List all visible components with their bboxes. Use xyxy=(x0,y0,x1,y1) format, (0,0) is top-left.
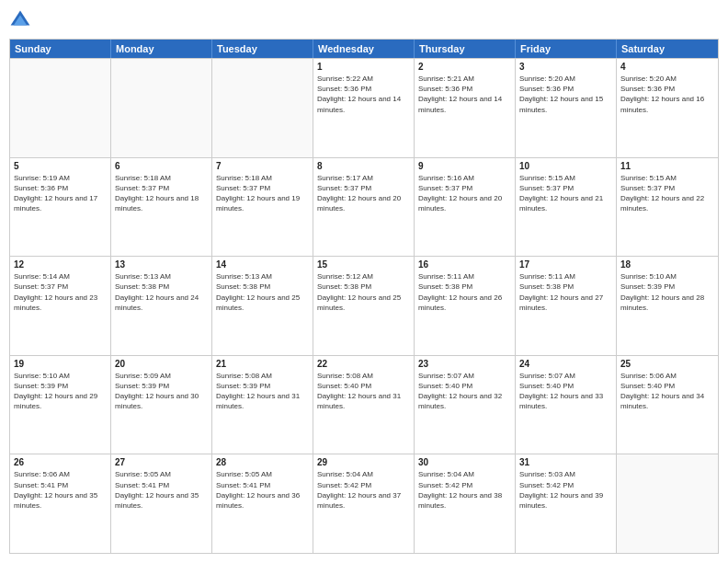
calendar-cell: 13Sunrise: 5:13 AM Sunset: 5:38 PM Dayli… xyxy=(111,257,212,355)
cell-day-number: 23 xyxy=(418,359,511,369)
cell-day-number: 26 xyxy=(14,457,107,467)
cell-day-number: 1 xyxy=(317,62,410,72)
cell-day-number: 4 xyxy=(620,62,714,72)
cell-info: Sunrise: 5:22 AM Sunset: 5:36 PM Dayligh… xyxy=(317,74,410,115)
cell-info: Sunrise: 5:15 AM Sunset: 5:37 PM Dayligh… xyxy=(519,173,612,214)
cell-day-number: 3 xyxy=(519,62,612,72)
calendar-row: 1Sunrise: 5:22 AM Sunset: 5:36 PM Daylig… xyxy=(10,58,718,157)
calendar-cell xyxy=(617,454,718,553)
calendar-cell: 22Sunrise: 5:08 AM Sunset: 5:40 PM Dayli… xyxy=(313,356,415,454)
cell-day-number: 15 xyxy=(317,259,410,270)
calendar-cell: 6Sunrise: 5:18 AM Sunset: 5:37 PM Daylig… xyxy=(111,158,212,257)
cell-day-number: 8 xyxy=(317,161,410,171)
cell-info: Sunrise: 5:16 AM Sunset: 5:37 PM Dayligh… xyxy=(418,173,511,214)
cell-info: Sunrise: 5:06 AM Sunset: 5:40 PM Dayligh… xyxy=(620,371,714,412)
calendar-cell: 11Sunrise: 5:15 AM Sunset: 5:37 PM Dayli… xyxy=(617,158,718,257)
weekday-header: Saturday xyxy=(617,40,718,58)
cell-info: Sunrise: 5:13 AM Sunset: 5:38 PM Dayligh… xyxy=(216,271,309,313)
calendar-row: 19Sunrise: 5:10 AM Sunset: 5:39 PM Dayli… xyxy=(10,355,718,454)
calendar-row: 12Sunrise: 5:14 AM Sunset: 5:37 PM Dayli… xyxy=(10,256,718,355)
cell-info: Sunrise: 5:21 AM Sunset: 5:36 PM Dayligh… xyxy=(418,74,511,115)
calendar-row: 5Sunrise: 5:19 AM Sunset: 5:36 PM Daylig… xyxy=(10,157,718,257)
calendar-cell: 19Sunrise: 5:10 AM Sunset: 5:39 PM Dayli… xyxy=(10,356,111,454)
cell-day-number: 18 xyxy=(620,259,714,270)
cell-info: Sunrise: 5:17 AM Sunset: 5:37 PM Dayligh… xyxy=(317,173,410,214)
calendar-cell: 14Sunrise: 5:13 AM Sunset: 5:38 PM Dayli… xyxy=(212,257,313,355)
calendar-cell xyxy=(10,59,111,157)
cell-day-number: 22 xyxy=(317,359,410,369)
cell-info: Sunrise: 5:06 AM Sunset: 5:41 PM Dayligh… xyxy=(14,469,107,511)
calendar: SundayMondayTuesdayWednesdayThursdayFrid… xyxy=(9,39,719,554)
cell-info: Sunrise: 5:10 AM Sunset: 5:39 PM Dayligh… xyxy=(14,371,107,412)
cell-day-number: 24 xyxy=(519,359,612,369)
cell-day-number: 29 xyxy=(317,457,410,467)
calendar-cell: 18Sunrise: 5:10 AM Sunset: 5:39 PM Dayli… xyxy=(617,257,718,355)
cell-info: Sunrise: 5:13 AM Sunset: 5:38 PM Dayligh… xyxy=(115,271,208,313)
cell-info: Sunrise: 5:20 AM Sunset: 5:36 PM Dayligh… xyxy=(519,74,612,115)
cell-day-number: 27 xyxy=(115,457,208,467)
calendar-cell: 31Sunrise: 5:03 AM Sunset: 5:42 PM Dayli… xyxy=(516,454,617,553)
cell-day-number: 31 xyxy=(519,457,612,467)
calendar-cell: 30Sunrise: 5:04 AM Sunset: 5:42 PM Dayli… xyxy=(415,454,516,553)
cell-day-number: 2 xyxy=(418,62,511,72)
cell-info: Sunrise: 5:18 AM Sunset: 5:37 PM Dayligh… xyxy=(216,173,309,214)
weekday-header: Monday xyxy=(111,40,212,58)
calendar-cell: 1Sunrise: 5:22 AM Sunset: 5:36 PM Daylig… xyxy=(313,59,415,157)
weekday-header: Wednesday xyxy=(313,40,415,58)
cell-day-number: 11 xyxy=(620,161,714,171)
calendar-cell: 17Sunrise: 5:11 AM Sunset: 5:38 PM Dayli… xyxy=(516,257,617,355)
cell-day-number: 6 xyxy=(115,161,208,171)
calendar-cell: 10Sunrise: 5:15 AM Sunset: 5:37 PM Dayli… xyxy=(516,158,617,257)
calendar-cell: 12Sunrise: 5:14 AM Sunset: 5:37 PM Dayli… xyxy=(10,257,111,355)
cell-day-number: 30 xyxy=(418,457,511,467)
calendar-cell xyxy=(212,59,313,157)
cell-info: Sunrise: 5:05 AM Sunset: 5:41 PM Dayligh… xyxy=(115,469,208,511)
calendar-cell: 26Sunrise: 5:06 AM Sunset: 5:41 PM Dayli… xyxy=(10,454,111,553)
cell-info: Sunrise: 5:07 AM Sunset: 5:40 PM Dayligh… xyxy=(418,371,511,412)
calendar-row: 26Sunrise: 5:06 AM Sunset: 5:41 PM Dayli… xyxy=(10,454,718,553)
cell-day-number: 21 xyxy=(216,359,309,369)
cell-day-number: 7 xyxy=(216,161,309,171)
page: SundayMondayTuesdayWednesdayThursdayFrid… xyxy=(0,0,728,563)
cell-day-number: 28 xyxy=(216,457,309,467)
calendar-cell: 28Sunrise: 5:05 AM Sunset: 5:41 PM Dayli… xyxy=(212,454,313,553)
calendar-cell: 7Sunrise: 5:18 AM Sunset: 5:37 PM Daylig… xyxy=(212,158,313,257)
cell-info: Sunrise: 5:04 AM Sunset: 5:42 PM Dayligh… xyxy=(317,469,410,511)
calendar-cell: 9Sunrise: 5:16 AM Sunset: 5:37 PM Daylig… xyxy=(415,158,516,257)
calendar-cell: 27Sunrise: 5:05 AM Sunset: 5:41 PM Dayli… xyxy=(111,454,212,553)
calendar-cell: 29Sunrise: 5:04 AM Sunset: 5:42 PM Dayli… xyxy=(313,454,415,553)
cell-info: Sunrise: 5:11 AM Sunset: 5:38 PM Dayligh… xyxy=(519,271,612,313)
calendar-header: SundayMondayTuesdayWednesdayThursdayFrid… xyxy=(10,40,718,58)
cell-info: Sunrise: 5:09 AM Sunset: 5:39 PM Dayligh… xyxy=(115,371,208,412)
weekday-header: Tuesday xyxy=(212,40,313,58)
calendar-cell: 2Sunrise: 5:21 AM Sunset: 5:36 PM Daylig… xyxy=(415,59,516,157)
cell-info: Sunrise: 5:15 AM Sunset: 5:37 PM Dayligh… xyxy=(620,173,714,214)
cell-day-number: 20 xyxy=(115,359,208,369)
cell-day-number: 14 xyxy=(216,259,309,270)
cell-info: Sunrise: 5:19 AM Sunset: 5:36 PM Dayligh… xyxy=(14,173,107,214)
cell-info: Sunrise: 5:03 AM Sunset: 5:42 PM Dayligh… xyxy=(519,469,612,511)
cell-info: Sunrise: 5:04 AM Sunset: 5:42 PM Dayligh… xyxy=(418,469,511,511)
calendar-cell: 20Sunrise: 5:09 AM Sunset: 5:39 PM Dayli… xyxy=(111,356,212,454)
cell-info: Sunrise: 5:08 AM Sunset: 5:39 PM Dayligh… xyxy=(216,371,309,412)
calendar-cell: 15Sunrise: 5:12 AM Sunset: 5:38 PM Dayli… xyxy=(313,257,415,355)
logo xyxy=(9,9,35,31)
cell-info: Sunrise: 5:08 AM Sunset: 5:40 PM Dayligh… xyxy=(317,371,410,412)
calendar-cell: 25Sunrise: 5:06 AM Sunset: 5:40 PM Dayli… xyxy=(617,356,718,454)
cell-info: Sunrise: 5:10 AM Sunset: 5:39 PM Dayligh… xyxy=(620,271,714,313)
calendar-cell: 24Sunrise: 5:07 AM Sunset: 5:40 PM Dayli… xyxy=(516,356,617,454)
cell-info: Sunrise: 5:20 AM Sunset: 5:36 PM Dayligh… xyxy=(620,74,714,115)
cell-day-number: 9 xyxy=(418,161,511,171)
calendar-cell: 21Sunrise: 5:08 AM Sunset: 5:39 PM Dayli… xyxy=(212,356,313,454)
calendar-body: 1Sunrise: 5:22 AM Sunset: 5:36 PM Daylig… xyxy=(10,58,718,553)
weekday-header: Thursday xyxy=(415,40,516,58)
calendar-cell xyxy=(111,59,212,157)
calendar-cell: 23Sunrise: 5:07 AM Sunset: 5:40 PM Dayli… xyxy=(415,356,516,454)
cell-info: Sunrise: 5:07 AM Sunset: 5:40 PM Dayligh… xyxy=(519,371,612,412)
cell-day-number: 16 xyxy=(418,259,511,270)
cell-day-number: 19 xyxy=(14,359,107,369)
cell-day-number: 5 xyxy=(14,161,107,171)
cell-info: Sunrise: 5:11 AM Sunset: 5:38 PM Dayligh… xyxy=(418,271,511,313)
calendar-cell: 5Sunrise: 5:19 AM Sunset: 5:36 PM Daylig… xyxy=(10,158,111,257)
cell-day-number: 12 xyxy=(14,259,107,270)
